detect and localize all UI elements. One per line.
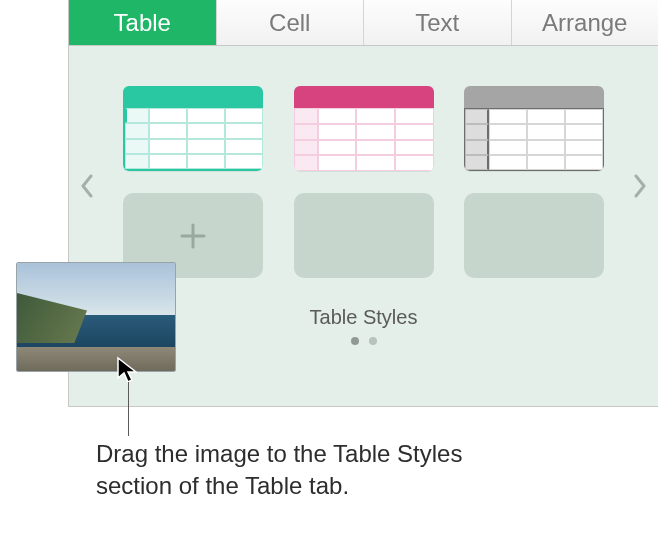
tab-text[interactable]: Text (364, 0, 512, 45)
tab-bar: Table Cell Text Arrange (69, 0, 658, 46)
dragged-image-thumbnail[interactable] (16, 262, 176, 372)
tab-label: Arrange (542, 9, 627, 37)
style-body (464, 108, 604, 171)
tab-arrange[interactable]: Arrange (512, 0, 659, 45)
chevron-left-icon (80, 174, 94, 198)
pager-dot[interactable] (351, 337, 359, 345)
tab-label: Text (415, 9, 459, 37)
instruction-caption: Drag the image to the Table Styles secti… (96, 438, 516, 503)
plus-icon (176, 219, 210, 253)
empty-style-slot[interactable] (464, 193, 604, 278)
callout-leader (128, 382, 129, 436)
empty-style-slot[interactable] (294, 193, 434, 278)
tab-table[interactable]: Table (69, 0, 217, 45)
style-body (123, 108, 263, 171)
table-style-green[interactable] (123, 86, 263, 171)
style-header (294, 86, 434, 108)
table-style-gray[interactable] (464, 86, 604, 171)
styles-prev-button[interactable] (75, 166, 99, 206)
style-body (294, 108, 434, 171)
pager-dot[interactable] (369, 337, 377, 345)
tab-label: Cell (269, 9, 310, 37)
tab-label: Table (114, 9, 171, 37)
style-header (123, 86, 263, 108)
tab-cell[interactable]: Cell (217, 0, 365, 45)
table-styles-row (83, 86, 644, 193)
style-header (464, 86, 604, 108)
styles-next-button[interactable] (628, 166, 652, 206)
table-style-pink[interactable] (294, 86, 434, 171)
chevron-right-icon (633, 174, 647, 198)
